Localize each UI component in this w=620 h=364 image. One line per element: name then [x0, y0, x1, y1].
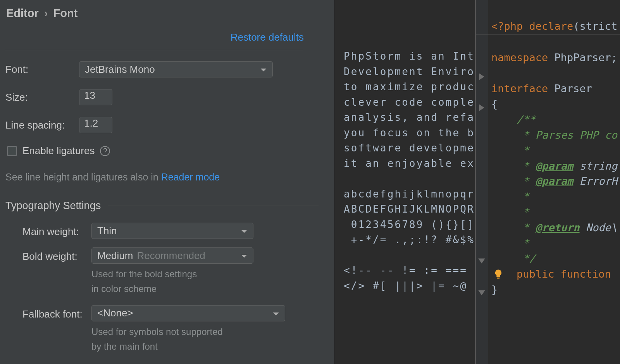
breadcrumb-parent[interactable]: Editor: [6, 7, 39, 19]
bold-weight-label: Bold weight:: [22, 247, 91, 263]
fold-icon[interactable]: [477, 256, 486, 264]
chevron-down-icon: [272, 307, 279, 319]
restore-defaults-link[interactable]: Restore defaults: [231, 31, 304, 43]
section-divider: [108, 206, 319, 206]
line-spacing-input[interactable]: 1.2: [79, 117, 112, 133]
code-content: <?php declare(strict namespace PhpParser…: [490, 0, 620, 313]
lightbulb-icon[interactable]: [493, 269, 504, 280]
font-select[interactable]: JetBrains Mono: [79, 61, 273, 77]
fallback-font-select[interactable]: <None>: [91, 305, 285, 321]
svg-rect-0: [497, 278, 500, 278]
main-weight-value: Thin: [97, 225, 117, 237]
help-icon[interactable]: ?: [100, 146, 110, 156]
fallback-font-hint: Used for symbols not supported by the ma…: [91, 325, 262, 354]
line-spacing-value: 1.2: [84, 117, 98, 129]
breadcrumb-current: Font: [53, 7, 78, 19]
bold-weight-value: Medium: [97, 250, 133, 262]
bold-weight-suffix: Recommended: [137, 250, 205, 262]
enable-ligatures-checkbox[interactable]: [7, 146, 17, 156]
fold-icon[interactable]: [477, 287, 486, 296]
font-label: Font:: [5, 64, 79, 76]
chevron-down-icon: [260, 64, 267, 76]
size-input[interactable]: 13: [79, 89, 112, 105]
main-weight-select[interactable]: Thin: [91, 223, 253, 239]
enable-ligatures-label: Enable ligatures: [22, 145, 95, 157]
main-weight-label: Main weight:: [22, 223, 91, 238]
chevron-right-icon: ›: [44, 7, 48, 19]
divider: [5, 50, 303, 50]
bold-weight-hint: Used for the bold settings in color sche…: [91, 267, 253, 297]
fallback-font-value: <None>: [97, 307, 133, 319]
chevron-down-icon: [241, 225, 248, 237]
breadcrumb: Editor › Font: [5, 5, 334, 31]
size-label: Size:: [5, 91, 79, 103]
fallback-font-label: Fallback font:: [22, 305, 91, 320]
editor-gutter: [476, 0, 488, 364]
fold-icon[interactable]: [477, 102, 486, 111]
font-select-value: JetBrains Mono: [85, 64, 155, 76]
size-value: 13: [84, 89, 95, 101]
line-spacing-label: Line spacing:: [5, 119, 79, 131]
reader-mode-hint: See line height and ligatures also in Re…: [5, 172, 334, 183]
reader-mode-link[interactable]: Reader mode: [161, 172, 220, 182]
fold-icon[interactable]: [477, 71, 486, 80]
settings-panel: Editor › Font Restore defaults Font: Jet…: [0, 0, 334, 364]
bold-weight-select[interactable]: MediumRecommended: [91, 247, 253, 264]
code-editor[interactable]: <?php declare(strict namespace PhpParser…: [475, 0, 620, 364]
typography-settings-title: Typography Settings: [5, 200, 101, 212]
font-preview-panel: PhpStorm is an Integr Development Enviro…: [334, 0, 475, 364]
chevron-down-icon: [241, 250, 248, 262]
